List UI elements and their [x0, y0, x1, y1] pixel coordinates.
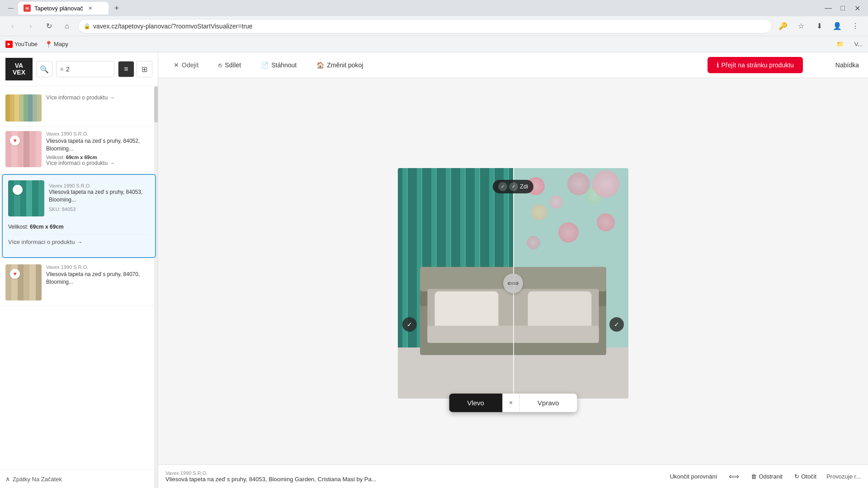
home-button[interactable]: ⌂: [60, 19, 74, 33]
download-status-button[interactable]: ⬇: [812, 19, 826, 33]
nabidka-label: Nabídka: [835, 61, 859, 69]
remove-button[interactable]: 🗑 Odstranit: [746, 470, 787, 483]
go-to-product-label: Přejít na stránku produktu: [722, 61, 794, 69]
filter-input[interactable]: ≡ 2: [56, 61, 114, 77]
remove-label: Odstranit: [759, 473, 783, 480]
product-info-1: Více informaci o produktu →: [46, 94, 152, 122]
product-info-2: Vavex 1990 S.R.O. Vliesová tapeta na zeď…: [46, 131, 152, 167]
selected-vendor: Vavex 1990 S.R.O.: [49, 183, 150, 188]
address-bar[interactable]: 🔒 vavex.cz/tapetovy-planovac/?roomvoStar…: [78, 19, 772, 33]
trash-icon: 🗑: [751, 473, 757, 480]
lock-icon: 🔒: [84, 23, 90, 29]
bookmark-youtube[interactable]: YouTube: [5, 41, 38, 48]
comparison-close-button[interactable]: ×: [502, 394, 519, 412]
download-label: Stáhnout: [271, 61, 297, 69]
tab-title: Tapetový plánovač: [34, 5, 83, 12]
product-thumbnail-3: ♡: [8, 180, 44, 216]
swap-button[interactable]: ⟺: [724, 469, 744, 483]
product-thumbnail-1: [5, 94, 42, 122]
download-button[interactable]: 📄 Stáhnout: [255, 58, 303, 72]
selected-product-details: Vavex 1990 S.R.O. Vliesová tapeta na zeď…: [49, 180, 150, 216]
profile-button[interactable]: 👤: [830, 19, 844, 33]
logo-text: VAVEX: [13, 62, 25, 76]
more-info-link-2[interactable]: Více informaci o produktu →: [46, 160, 152, 166]
info-icon: ℹ: [717, 61, 719, 69]
exit-button[interactable]: ✕ Odejít: [167, 58, 205, 72]
close-window-button[interactable]: ✕: [850, 1, 864, 15]
product-info-vendor: Vavex 1990 S.R.O.: [165, 470, 660, 476]
product-item-4[interactable]: ♥ Vavex 1990 S.R.O. Vli: [0, 260, 158, 305]
bookmarks-label: V...: [854, 41, 863, 47]
vendor-4: Vavex 1990 S.R.O.: [46, 264, 152, 270]
bookmark-mapy[interactable]: 📍 Mapy: [45, 41, 68, 48]
search-icon: 🔍: [40, 65, 49, 74]
go-to-product-button[interactable]: ℹ Přejít na stránku produktu: [708, 57, 803, 73]
product-info-4: Vavex 1990 S.R.O. Vliesová tapeta na zeď…: [46, 264, 152, 300]
filter-icon: ≡: [60, 66, 63, 72]
sidebar: VAVEX 🔍 ≡ 2 ≡ ⊞: [0, 52, 158, 488]
corner-check-right[interactable]: ✓: [609, 317, 624, 332]
share-label: Sdílet: [225, 61, 241, 69]
heart-button-3[interactable]: ♡: [13, 185, 23, 195]
vpravo-button[interactable]: Vpravo: [519, 394, 577, 412]
wall-badge-center[interactable]: ✓ ✓ Zdi: [493, 180, 533, 193]
vlevo-button[interactable]: Vlevo: [449, 394, 502, 412]
list-view-button[interactable]: ≡: [118, 61, 134, 77]
selected-name: Vliesová tapeta na zeď s pruhy, 84053, B…: [49, 188, 150, 204]
back-button[interactable]: ‹: [5, 19, 20, 33]
top-toolbar: ✕ Odejít ⎋ Sdílet 📄 Stáhnout 🏠 Změnit po…: [158, 52, 868, 78]
product-info-bar: Vavex 1990 S.R.O. Vliesová tapeta na zeď…: [158, 465, 868, 488]
reload-button[interactable]: ↻: [42, 19, 56, 33]
tab-close-button[interactable]: ✕: [87, 5, 94, 12]
rotate-button[interactable]: ↻ Otočit: [790, 470, 821, 483]
comparison-bar: Vlevo × Vpravo: [449, 394, 577, 412]
exit-label: Odejít: [182, 61, 198, 69]
product-info-text: Vavex 1990 S.R.O. Vliesová tapeta na zeď…: [165, 470, 660, 483]
browser-tab-active[interactable]: M Tapetový plánovač ✕: [18, 2, 108, 14]
forward-button[interactable]: ›: [24, 19, 38, 33]
app-container: VAVEX 🔍 ≡ 2 ≡ ⊞: [0, 52, 868, 488]
extensions-button[interactable]: 🔑: [776, 19, 790, 33]
change-room-button[interactable]: 🏠 Změnit pokoj: [310, 58, 369, 72]
bookmarks-folder-button[interactable]: 📁: [833, 37, 847, 52]
bookmark-button[interactable]: ☆: [794, 19, 808, 33]
product-info-name: Vliesová tapeta na zeď s pruhy, 84053, B…: [165, 476, 660, 483]
rotate-icon: ↻: [794, 473, 799, 480]
end-compare-button[interactable]: Ukončit porovnání: [665, 470, 722, 483]
back-to-top-button[interactable]: ∧ Zpátky Na Začátek: [0, 469, 158, 488]
download-icon: 📄: [261, 61, 269, 69]
mapy-label: Mapy: [54, 41, 68, 47]
home-icon: 🏠: [316, 61, 324, 69]
change-room-label: Změnit pokoj: [327, 61, 363, 69]
end-compare-label: Ukončit porovnání: [670, 473, 717, 480]
url-text: vavex.cz/tapetovy-planovac/?roomvoStartV…: [93, 23, 253, 30]
svg-rect-6: [528, 291, 592, 331]
browser-minimize[interactable]: —: [4, 1, 18, 15]
product-item-1[interactable]: Více informaci o produktu →: [0, 90, 158, 127]
filter-value: 2: [66, 66, 70, 73]
product-thumbnail-2: ♥: [5, 131, 42, 167]
new-tab-button[interactable]: +: [110, 2, 123, 14]
grid-view-button[interactable]: ⊞: [136, 61, 152, 77]
more-info-link-1[interactable]: Více informaci o produktu →: [46, 94, 152, 101]
close-icon: ×: [509, 399, 513, 406]
product-item-3[interactable]: ♡ Vavex 199: [2, 174, 156, 258]
share-button[interactable]: ⎋ Sdílet: [212, 58, 247, 72]
logo: VAVEX: [5, 58, 33, 80]
heart-button-4[interactable]: ♥: [10, 269, 20, 279]
heart-button-2[interactable]: ♥: [10, 136, 20, 145]
product-item-2[interactable]: ♥ Vavex 1990 S.R.O. Vli: [0, 127, 158, 172]
corner-check-left[interactable]: ✓: [402, 317, 417, 332]
view-buttons: ≡ ⊞: [118, 61, 152, 77]
menu-button[interactable]: ⋮: [848, 19, 863, 33]
room-container: ✓ ✓ Zdi ✓ ✓ ⟺: [158, 78, 868, 488]
comparison-drag-handle[interactable]: ⟺: [503, 273, 523, 293]
minimize-window-button[interactable]: —: [821, 1, 835, 15]
info-actions: Ukončit porovnání ⟺ 🗑 Odstranit ↻ Otočit: [665, 469, 821, 483]
room-image: ✓ ✓ Zdi ✓ ✓ ⟺: [398, 168, 628, 399]
rotate-label: Otočit: [801, 473, 816, 480]
maximize-window-button[interactable]: □: [835, 1, 850, 15]
search-button[interactable]: 🔍: [36, 61, 52, 77]
product-thumbnail-4: ♥: [5, 264, 42, 300]
more-info-link-3[interactable]: Více informaci o produktu →: [8, 235, 150, 249]
